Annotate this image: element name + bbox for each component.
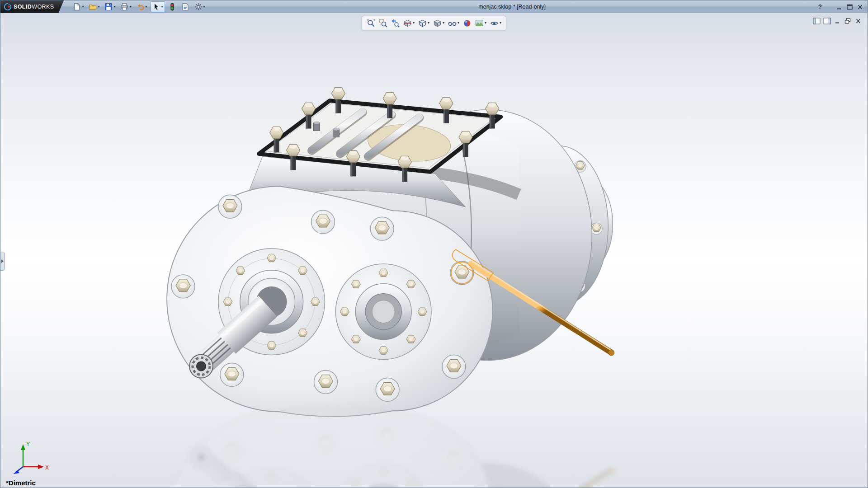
dropdown-arrow-icon[interactable]: ▾ [443, 21, 444, 25]
view-settings-button[interactable]: ▾ [489, 18, 502, 28]
dropdown-arrow-icon[interactable]: ▾ [413, 21, 415, 25]
save-icon [104, 3, 113, 11]
rebuild-button[interactable] [166, 1, 178, 12]
dropdown-arrow-icon[interactable]: ▾ [82, 5, 84, 9]
apply-scene-icon [475, 19, 484, 28]
view-orientation-button[interactable]: ▾ [417, 18, 430, 28]
orientation-triad[interactable]: Y X [8, 438, 51, 476]
hide-show-items-button[interactable]: ▾ [447, 18, 460, 28]
close-icon [856, 4, 864, 10]
help-button[interactable]: ? [816, 2, 824, 11]
maximize-window-button[interactable] [846, 2, 854, 11]
rebuild-icon [168, 3, 176, 11]
dropdown-arrow-icon[interactable]: ▾ [500, 21, 501, 25]
pane-left-icon [813, 18, 821, 24]
window-controls [835, 2, 864, 11]
select-cursor-icon [152, 3, 160, 11]
zoom-to-area-button[interactable] [378, 18, 388, 28]
zoom-to-fit-button[interactable] [366, 18, 376, 28]
save-button[interactable]: ▾ [103, 1, 117, 12]
heads-up-toolbar: ▾▾▾▾▾▾ [362, 16, 506, 30]
undo-icon [137, 3, 145, 11]
print-button[interactable]: ▾ [118, 1, 133, 12]
dropdown-arrow-icon[interactable]: ▾ [485, 21, 486, 25]
file-properties-button[interactable] [179, 1, 191, 12]
minimize-window-button[interactable] [835, 2, 843, 11]
dropdown-arrow-icon[interactable]: ▾ [98, 5, 99, 9]
restore-icon [844, 18, 852, 24]
close-document-button[interactable] [854, 17, 862, 25]
main-toolbar: ▾▾▾▾▾▾▾ [71, 1, 207, 12]
minimize-icon [835, 4, 843, 10]
dropdown-arrow-icon[interactable]: ▾ [458, 21, 459, 25]
edit-appearance-button[interactable] [462, 18, 472, 28]
options-button[interactable]: ▾ [193, 1, 207, 12]
file-properties-icon [181, 3, 189, 11]
previous-view-icon [391, 19, 400, 28]
solidworks-window: SOLIDWORKS ▾▾▾▾▾▾▾ menjac sklop * [Read-… [0, 0, 868, 488]
toggle-right-pane-button[interactable] [823, 17, 831, 25]
minimize-icon [834, 18, 841, 24]
dropdown-arrow-icon[interactable]: ▾ [161, 5, 163, 9]
apply-scene-button[interactable]: ▾ [474, 18, 487, 28]
view-orientation-icon [418, 19, 427, 28]
section-view-icon [403, 19, 412, 28]
document-controls [813, 17, 862, 25]
maximize-icon [846, 4, 854, 10]
dassault-logo-icon [4, 3, 11, 10]
graphics-area[interactable]: ▾▾▾▾▾▾ Y X *Dimetric [0, 13, 868, 488]
print-icon [120, 3, 128, 11]
gearbox-3d-model[interactable] [0, 13, 868, 488]
zoom-to-fit-icon [367, 19, 375, 28]
dropdown-arrow-icon[interactable]: ▾ [146, 5, 147, 9]
brand-name-bold: SOLID [14, 4, 32, 10]
dropdown-arrow-icon[interactable]: ▾ [129, 5, 131, 9]
window-title: menjac sklop * [Read-only] [478, 0, 546, 13]
options-icon [194, 3, 203, 11]
zoom-to-area-icon [379, 19, 387, 28]
dropdown-arrow-icon[interactable]: ▾ [203, 5, 205, 9]
dropdown-arrow-icon[interactable]: ▾ [113, 5, 115, 9]
new-document-button[interactable]: ▾ [71, 1, 85, 12]
title-bar: SOLIDWORKS ▾▾▾▾▾▾▾ menjac sklop * [Read-… [0, 0, 868, 13]
featuremanager-collapsed-tab[interactable] [0, 252, 5, 271]
section-view-button[interactable]: ▾ [402, 18, 415, 28]
pane-right-icon [823, 18, 831, 24]
display-style-icon [433, 19, 442, 28]
new-document-icon [73, 3, 81, 11]
toggle-left-pane-button[interactable] [813, 17, 821, 25]
solidworks-logo: SOLIDWORKS [0, 0, 64, 13]
select-button[interactable]: ▾ [151, 1, 165, 12]
display-style-button[interactable]: ▾ [432, 18, 445, 28]
chevron-right-icon [1, 259, 4, 263]
close-icon [854, 18, 862, 24]
view-settings-icon [490, 19, 499, 28]
minimize-document-button[interactable] [834, 17, 841, 25]
close-window-button[interactable] [856, 2, 864, 11]
edit-appearance-icon [463, 19, 472, 28]
dropdown-arrow-icon[interactable]: ▾ [428, 21, 429, 25]
triad-x-label: X [45, 465, 49, 471]
previous-view-button[interactable] [390, 18, 401, 28]
open-folder-icon [89, 3, 97, 11]
hide-show-icon [448, 19, 457, 28]
brand-name-light: WORKS [32, 4, 54, 10]
restore-document-button[interactable] [844, 17, 852, 25]
view-orientation-label: *Dimetric [6, 479, 36, 487]
undo-button[interactable]: ▾ [135, 1, 149, 12]
triad-y-label: Y [26, 441, 30, 447]
open-button[interactable]: ▾ [87, 1, 101, 12]
